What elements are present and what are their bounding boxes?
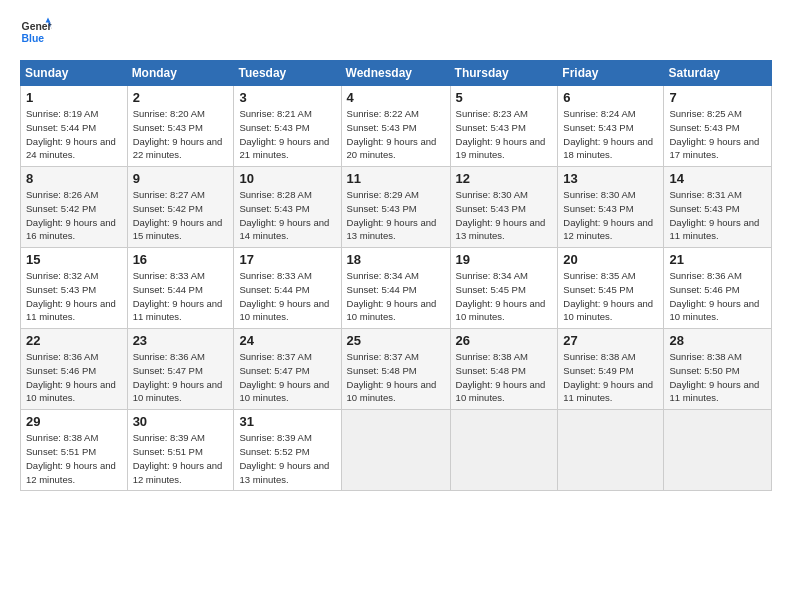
day-cell: 3 Sunrise: 8:21 AM Sunset: 5:43 PM Dayli… (234, 86, 341, 167)
week-row-5: 29 Sunrise: 8:38 AM Sunset: 5:51 PM Dayl… (21, 410, 772, 491)
day-cell: 27 Sunrise: 8:38 AM Sunset: 5:49 PM Dayl… (558, 329, 664, 410)
day-detail: Sunrise: 8:33 AM Sunset: 5:44 PM Dayligh… (239, 269, 335, 324)
day-detail: Sunrise: 8:34 AM Sunset: 5:45 PM Dayligh… (456, 269, 553, 324)
day-cell: 29 Sunrise: 8:38 AM Sunset: 5:51 PM Dayl… (21, 410, 128, 491)
day-detail: Sunrise: 8:39 AM Sunset: 5:52 PM Dayligh… (239, 431, 335, 486)
day-detail: Sunrise: 8:30 AM Sunset: 5:43 PM Dayligh… (563, 188, 658, 243)
day-number: 25 (347, 333, 445, 348)
day-detail: Sunrise: 8:33 AM Sunset: 5:44 PM Dayligh… (133, 269, 229, 324)
day-number: 22 (26, 333, 122, 348)
day-cell: 23 Sunrise: 8:36 AM Sunset: 5:47 PM Dayl… (127, 329, 234, 410)
day-cell: 10 Sunrise: 8:28 AM Sunset: 5:43 PM Dayl… (234, 167, 341, 248)
day-cell: 31 Sunrise: 8:39 AM Sunset: 5:52 PM Dayl… (234, 410, 341, 491)
day-number: 19 (456, 252, 553, 267)
day-number: 31 (239, 414, 335, 429)
day-cell (664, 410, 772, 491)
day-cell: 15 Sunrise: 8:32 AM Sunset: 5:43 PM Dayl… (21, 248, 128, 329)
day-cell: 20 Sunrise: 8:35 AM Sunset: 5:45 PM Dayl… (558, 248, 664, 329)
day-number: 5 (456, 90, 553, 105)
col-header-wednesday: Wednesday (341, 61, 450, 86)
page: General Blue SundayMondayTuesdayWednesda… (0, 0, 792, 501)
day-detail: Sunrise: 8:37 AM Sunset: 5:48 PM Dayligh… (347, 350, 445, 405)
logo-icon: General Blue (20, 16, 52, 48)
week-row-3: 15 Sunrise: 8:32 AM Sunset: 5:43 PM Dayl… (21, 248, 772, 329)
day-detail: Sunrise: 8:37 AM Sunset: 5:47 PM Dayligh… (239, 350, 335, 405)
day-cell: 18 Sunrise: 8:34 AM Sunset: 5:44 PM Dayl… (341, 248, 450, 329)
day-number: 4 (347, 90, 445, 105)
day-detail: Sunrise: 8:36 AM Sunset: 5:46 PM Dayligh… (669, 269, 766, 324)
day-cell: 28 Sunrise: 8:38 AM Sunset: 5:50 PM Dayl… (664, 329, 772, 410)
day-cell: 9 Sunrise: 8:27 AM Sunset: 5:42 PM Dayli… (127, 167, 234, 248)
day-cell (558, 410, 664, 491)
day-cell: 2 Sunrise: 8:20 AM Sunset: 5:43 PM Dayli… (127, 86, 234, 167)
day-number: 12 (456, 171, 553, 186)
week-row-4: 22 Sunrise: 8:36 AM Sunset: 5:46 PM Dayl… (21, 329, 772, 410)
day-number: 17 (239, 252, 335, 267)
day-detail: Sunrise: 8:39 AM Sunset: 5:51 PM Dayligh… (133, 431, 229, 486)
col-header-sunday: Sunday (21, 61, 128, 86)
day-cell: 24 Sunrise: 8:37 AM Sunset: 5:47 PM Dayl… (234, 329, 341, 410)
day-detail: Sunrise: 8:29 AM Sunset: 5:43 PM Dayligh… (347, 188, 445, 243)
day-number: 6 (563, 90, 658, 105)
week-row-2: 8 Sunrise: 8:26 AM Sunset: 5:42 PM Dayli… (21, 167, 772, 248)
day-number: 8 (26, 171, 122, 186)
day-cell: 22 Sunrise: 8:36 AM Sunset: 5:46 PM Dayl… (21, 329, 128, 410)
day-cell: 12 Sunrise: 8:30 AM Sunset: 5:43 PM Dayl… (450, 167, 558, 248)
day-cell: 17 Sunrise: 8:33 AM Sunset: 5:44 PM Dayl… (234, 248, 341, 329)
svg-text:General: General (22, 21, 52, 32)
day-cell: 21 Sunrise: 8:36 AM Sunset: 5:46 PM Dayl… (664, 248, 772, 329)
day-number: 27 (563, 333, 658, 348)
day-detail: Sunrise: 8:38 AM Sunset: 5:49 PM Dayligh… (563, 350, 658, 405)
header: General Blue (20, 16, 772, 48)
day-detail: Sunrise: 8:36 AM Sunset: 5:46 PM Dayligh… (26, 350, 122, 405)
day-number: 24 (239, 333, 335, 348)
day-number: 23 (133, 333, 229, 348)
day-detail: Sunrise: 8:38 AM Sunset: 5:51 PM Dayligh… (26, 431, 122, 486)
day-number: 14 (669, 171, 766, 186)
day-cell: 16 Sunrise: 8:33 AM Sunset: 5:44 PM Dayl… (127, 248, 234, 329)
day-number: 18 (347, 252, 445, 267)
day-detail: Sunrise: 8:38 AM Sunset: 5:48 PM Dayligh… (456, 350, 553, 405)
col-header-friday: Friday (558, 61, 664, 86)
day-number: 2 (133, 90, 229, 105)
day-detail: Sunrise: 8:35 AM Sunset: 5:45 PM Dayligh… (563, 269, 658, 324)
day-number: 21 (669, 252, 766, 267)
day-detail: Sunrise: 8:19 AM Sunset: 5:44 PM Dayligh… (26, 107, 122, 162)
day-cell: 7 Sunrise: 8:25 AM Sunset: 5:43 PM Dayli… (664, 86, 772, 167)
col-header-saturday: Saturday (664, 61, 772, 86)
day-cell: 11 Sunrise: 8:29 AM Sunset: 5:43 PM Dayl… (341, 167, 450, 248)
day-cell (341, 410, 450, 491)
col-header-thursday: Thursday (450, 61, 558, 86)
day-detail: Sunrise: 8:34 AM Sunset: 5:44 PM Dayligh… (347, 269, 445, 324)
day-number: 10 (239, 171, 335, 186)
day-number: 13 (563, 171, 658, 186)
day-detail: Sunrise: 8:28 AM Sunset: 5:43 PM Dayligh… (239, 188, 335, 243)
col-header-tuesday: Tuesday (234, 61, 341, 86)
day-number: 16 (133, 252, 229, 267)
svg-marker-2 (46, 18, 51, 23)
header-row: SundayMondayTuesdayWednesdayThursdayFrid… (21, 61, 772, 86)
day-cell: 5 Sunrise: 8:23 AM Sunset: 5:43 PM Dayli… (450, 86, 558, 167)
day-detail: Sunrise: 8:21 AM Sunset: 5:43 PM Dayligh… (239, 107, 335, 162)
calendar-table: SundayMondayTuesdayWednesdayThursdayFrid… (20, 60, 772, 491)
day-detail: Sunrise: 8:23 AM Sunset: 5:43 PM Dayligh… (456, 107, 553, 162)
day-detail: Sunrise: 8:36 AM Sunset: 5:47 PM Dayligh… (133, 350, 229, 405)
day-cell: 25 Sunrise: 8:37 AM Sunset: 5:48 PM Dayl… (341, 329, 450, 410)
day-cell: 6 Sunrise: 8:24 AM Sunset: 5:43 PM Dayli… (558, 86, 664, 167)
day-cell: 13 Sunrise: 8:30 AM Sunset: 5:43 PM Dayl… (558, 167, 664, 248)
day-detail: Sunrise: 8:38 AM Sunset: 5:50 PM Dayligh… (669, 350, 766, 405)
day-number: 11 (347, 171, 445, 186)
day-cell: 26 Sunrise: 8:38 AM Sunset: 5:48 PM Dayl… (450, 329, 558, 410)
day-detail: Sunrise: 8:26 AM Sunset: 5:42 PM Dayligh… (26, 188, 122, 243)
day-number: 29 (26, 414, 122, 429)
day-number: 20 (563, 252, 658, 267)
col-header-monday: Monday (127, 61, 234, 86)
day-number: 26 (456, 333, 553, 348)
day-detail: Sunrise: 8:31 AM Sunset: 5:43 PM Dayligh… (669, 188, 766, 243)
day-cell: 1 Sunrise: 8:19 AM Sunset: 5:44 PM Dayli… (21, 86, 128, 167)
logo: General Blue (20, 16, 56, 48)
day-detail: Sunrise: 8:27 AM Sunset: 5:42 PM Dayligh… (133, 188, 229, 243)
svg-text:Blue: Blue (22, 33, 45, 44)
day-cell: 8 Sunrise: 8:26 AM Sunset: 5:42 PM Dayli… (21, 167, 128, 248)
day-cell: 19 Sunrise: 8:34 AM Sunset: 5:45 PM Dayl… (450, 248, 558, 329)
